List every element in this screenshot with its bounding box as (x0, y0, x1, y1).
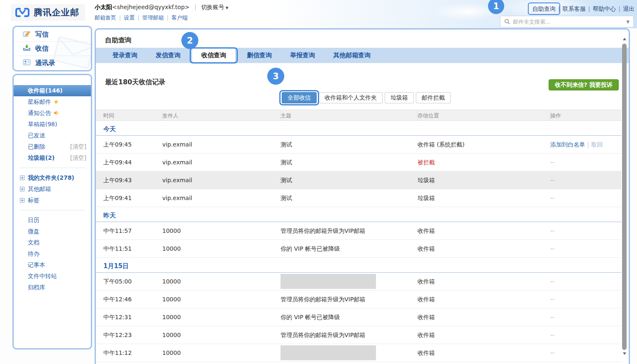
sidebar-folder-item[interactable]: +其他邮箱 (14, 183, 91, 195)
cell-location: 收件箱 (417, 344, 550, 362)
no-action-placeholder: -- (550, 296, 554, 303)
sidebar-folder-item[interactable]: 已删除[清空] (14, 141, 91, 152)
filter-button[interactable]: 收件箱和个人文件夹 (319, 92, 383, 103)
user-name: 小太阳 (95, 4, 112, 10)
filter-button[interactable]: 邮件拦截 (416, 92, 451, 103)
no-action-placeholder: -- (550, 245, 554, 252)
sidebar-action-label: 写信 (35, 30, 49, 39)
table-row[interactable]: 上午09:43vip.exmail测试垃圾箱-- (96, 171, 621, 189)
table-row[interactable]: 中午11:5110000你的 VIP 帐号已被降级收件箱-- (96, 240, 621, 258)
sidebar-folder-item[interactable]: 日历 (14, 215, 91, 226)
sidebar-folder-item[interactable]: 待办 (14, 248, 91, 259)
no-action-placeholder: -- (550, 195, 554, 201)
sidebar-actions-panel: 写信收信通讯录 (12, 26, 92, 71)
sidebar-action-compose[interactable]: 写信 (14, 28, 91, 42)
table-row[interactable]: 中午12:2310000管理员将你的邮箱升级为VIP邮箱收件箱-- (96, 326, 621, 344)
cell-actions: -- (550, 240, 621, 257)
cell-sender: vip.exmail (162, 136, 281, 153)
column-header: 发件人 (162, 110, 281, 120)
search-box[interactable]: ▼ (500, 16, 634, 27)
cell-sender: vip.exmail (162, 171, 281, 189)
sidebar-folder-item[interactable]: 归档库 (14, 282, 91, 293)
cell-sender: 10000 (162, 308, 281, 326)
action-link[interactable]: 取回 (591, 141, 603, 148)
tab-receive-query[interactable]: 收信查询 (192, 49, 235, 62)
table-row[interactable]: 中午12:3110000你的 VIP 帐号已被降级收件箱-- (96, 308, 621, 326)
table-row[interactable]: 中午11:1210000收件箱-- (96, 344, 621, 362)
tab[interactable]: 登录查询 (103, 48, 146, 63)
sidebar-folder-item[interactable]: 记事本 (14, 259, 91, 271)
callout-3: 3 (267, 68, 284, 85)
expand-icon[interactable]: + (20, 187, 24, 191)
sidebar-folder-inbox[interactable]: 收件箱(146) (14, 85, 91, 96)
sidebar-action-contacts[interactable]: 通讯录 (14, 56, 91, 70)
cell-time: 中午12:23 (96, 326, 162, 344)
scroll-down-arrow[interactable] (623, 352, 626, 355)
sidebar-folder-item[interactable]: 垃圾箱(2)[清空] (14, 152, 91, 164)
empty-folder-link[interactable]: [清空] (70, 141, 86, 152)
sidebar-folders-panel: 收件箱(146)星标邮件★通知公告草稿箱(98)已发送已删除[清空]垃圾箱(2)… (12, 74, 92, 349)
table-row[interactable]: 上午09:41vip.exmail测试垃圾箱-- (96, 189, 621, 207)
switch-account-link[interactable]: 切换账号▼ (201, 4, 228, 10)
sidebar-folder-item[interactable]: +我的文件夹(278) (14, 172, 91, 183)
tab[interactable]: 举报查询 (281, 48, 324, 63)
complaint-button[interactable]: 收不到来信? 我要投诉 (549, 79, 619, 90)
cell-actions: 添加到白名单|取回 (550, 136, 621, 153)
sidebar-folder-label: 微盘 (28, 228, 39, 235)
sidebar-folder-label: 文件中转站 (28, 273, 57, 279)
table-row[interactable]: 上午09:45vip.exmail测试收件箱 (系统拦截)添加到白名单|取回 (96, 136, 621, 154)
action-link[interactable]: 添加到白名单 (550, 141, 585, 148)
sidebar-folder-item[interactable]: 通知公告 (14, 107, 91, 119)
topbar-link[interactable]: 联系客服 (563, 5, 586, 12)
section-title: 最近180天收信记录 (105, 78, 165, 87)
sidebar-folder-item[interactable]: 草稿箱(98) (14, 119, 91, 130)
header-nav-link[interactable]: 管理邮箱 (142, 15, 164, 21)
cell-time: 中午11:57 (96, 222, 162, 239)
logo-text: 腾讯企业邮 (34, 7, 79, 18)
cell-location: 收件箱 (系统拦截) (417, 136, 550, 153)
expand-icon[interactable]: + (20, 176, 24, 180)
sidebar-folder-item[interactable]: 文档 (14, 237, 91, 248)
topbar: 腾讯企业邮 小太阳<shejhejeed@qyyxkf.top> | 切换账号▼… (0, 0, 637, 28)
topbar-links: 自助查询|联系客服|帮助中心|退出 (532, 5, 635, 13)
table-row[interactable]: 中午11:5710000管理员将你的邮箱升级为VIP邮箱收件箱-- (96, 222, 621, 240)
tab[interactable]: 删信查询 (238, 48, 281, 63)
sidebar-folder-item[interactable]: 微盘 (14, 226, 91, 237)
header-nav-link[interactable]: 邮箱首页 (95, 15, 116, 21)
cell-location: 收件箱 (417, 222, 550, 239)
filter-all-mail[interactable]: 全部收信 (282, 92, 317, 103)
filter-button[interactable]: 垃圾箱 (385, 92, 414, 103)
topbar-link-self-service[interactable]: 自助查询 (532, 5, 556, 12)
date-group-header: 昨天 (96, 207, 621, 222)
column-header: 存信位置 (417, 110, 550, 120)
header-nav-link[interactable]: 设置 (124, 15, 134, 21)
topbar-link[interactable]: 帮助中心 (593, 5, 616, 12)
sidebar-folder-item[interactable]: 文件中转站 (14, 271, 91, 282)
sidebar-divider (19, 168, 85, 168)
expand-icon[interactable]: + (20, 198, 24, 203)
cell-time: 上午09:44 (96, 154, 162, 171)
table-row[interactable]: 中午12:4610000管理员将你的邮箱升级为VIP邮箱收件箱-- (96, 291, 621, 308)
sidebar-folder-label: 我的文件夹(278) (28, 174, 74, 181)
tab[interactable]: 其他邮箱查询 (324, 48, 380, 63)
sidebar-action-receive[interactable]: 收信 (14, 42, 91, 56)
search-input[interactable] (513, 19, 623, 25)
receive-icon (23, 44, 31, 53)
scroll-up-arrow[interactable] (623, 38, 626, 40)
table-row[interactable]: 上午09:44vip.exmail测试被拦截-- (96, 154, 621, 171)
cell-time: 中午12:31 (96, 308, 162, 326)
sidebar-folder-item[interactable]: 已发送 (14, 130, 91, 141)
empty-folder-link[interactable]: [清空] (70, 152, 86, 164)
scrollbar[interactable] (622, 37, 627, 364)
header-nav-link[interactable]: 客户端 (171, 15, 188, 21)
tab[interactable]: 发信查询 (146, 48, 190, 63)
sidebar-folder-item[interactable]: 星标邮件★ (14, 96, 91, 107)
table-row[interactable]: 下午05:0010000收件箱-- (96, 273, 621, 291)
sidebar-folder-item[interactable]: +标签 (14, 195, 91, 206)
scrollbar-thumb[interactable] (622, 44, 627, 350)
user-email: <shejhejeed@qyyxkf.top> (112, 4, 190, 10)
search-dropdown-arrow[interactable]: ▼ (626, 20, 630, 24)
no-action-placeholder: -- (550, 278, 554, 285)
cell-subject: 测试 (281, 154, 417, 171)
topbar-link[interactable]: 退出 (623, 5, 635, 12)
